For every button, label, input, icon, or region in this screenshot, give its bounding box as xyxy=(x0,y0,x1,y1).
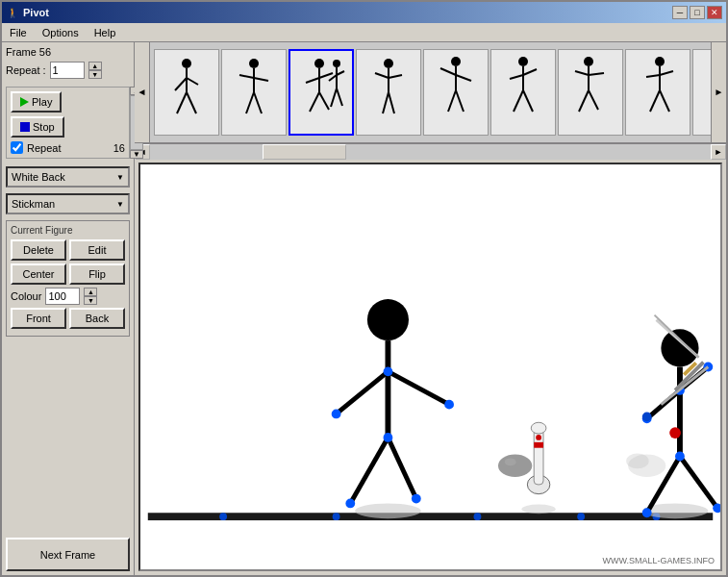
film-frame-2[interactable] xyxy=(221,49,287,136)
dropdown-arrow-2: ▼ xyxy=(116,200,124,209)
spacer xyxy=(6,340,130,538)
film-frame-4[interactable] xyxy=(356,49,421,136)
svg-point-74 xyxy=(384,367,393,377)
controls-section: Play Stop Repeat 16 xyxy=(6,87,130,159)
front-button[interactable]: Front xyxy=(11,308,66,329)
repeat-input[interactable] xyxy=(50,62,85,79)
svg-line-35 xyxy=(456,90,464,112)
stop-icon xyxy=(20,122,30,132)
back-button[interactable]: Back xyxy=(69,308,125,329)
film-frame-5[interactable] xyxy=(423,49,489,136)
stop-button[interactable]: Stop xyxy=(11,116,64,138)
svg-point-106 xyxy=(669,427,681,439)
next-frame-button[interactable]: Next Frame xyxy=(6,538,130,571)
repeat-spinner: ▲ ▼ xyxy=(88,62,102,79)
current-figure-section: Current Figure Delete Edit Center Flip C… xyxy=(6,220,130,337)
hscroll-right-btn[interactable]: ► xyxy=(711,144,726,160)
maximize-button[interactable]: □ xyxy=(690,6,705,19)
film-frame-8[interactable] xyxy=(625,49,690,136)
film-frame-3[interactable] xyxy=(289,49,354,136)
repeat-row: Repeat : ▲ ▼ xyxy=(6,62,130,79)
svg-line-20 xyxy=(329,75,337,81)
film-frame-9[interactable] xyxy=(692,49,711,136)
flip-button[interactable]: Flip xyxy=(69,263,125,285)
center-button[interactable]: Center xyxy=(11,263,66,285)
colour-spin-up[interactable]: ▲ xyxy=(84,288,97,296)
svg-line-23 xyxy=(337,88,342,106)
repeat-checkbox-row: Repeat 16 xyxy=(11,141,125,154)
play-button[interactable]: Play xyxy=(11,91,62,113)
delete-button[interactable]: Delete xyxy=(11,239,66,261)
svg-rect-83 xyxy=(534,442,543,448)
filmstrip-bar: ◄ xyxy=(135,42,726,143)
film-frame-1[interactable] xyxy=(154,49,219,136)
film-frame-svg-4 xyxy=(360,54,417,131)
svg-line-47 xyxy=(589,90,598,110)
svg-point-12 xyxy=(314,59,324,68)
title-bar-left: 🚶 Pivot xyxy=(6,6,49,19)
repeat-checkbox[interactable] xyxy=(11,141,23,154)
film-frame-7[interactable] xyxy=(558,49,623,136)
svg-point-84 xyxy=(536,435,541,440)
svg-point-76 xyxy=(444,400,454,410)
filmstrip-scroll-right[interactable]: ► xyxy=(711,42,726,142)
content-area: Frame 56 Repeat : ▲ ▼ Play xyxy=(2,42,726,575)
title-buttons: ─ □ ✕ xyxy=(672,6,722,19)
hscroll-track[interactable] xyxy=(150,144,711,160)
svg-point-77 xyxy=(345,499,355,509)
svg-line-53 xyxy=(660,90,669,112)
svg-point-6 xyxy=(249,59,259,68)
title-bar: 🚶 Pivot ─ □ ✕ xyxy=(2,2,726,23)
svg-line-11 xyxy=(254,92,262,113)
menu-help[interactable]: Help xyxy=(87,25,124,40)
svg-line-15 xyxy=(319,73,333,78)
svg-point-48 xyxy=(655,57,665,66)
spin-up[interactable]: ▲ xyxy=(88,62,102,70)
svg-point-78 xyxy=(412,494,421,504)
svg-point-30 xyxy=(451,57,461,66)
menu-options[interactable]: Options xyxy=(35,25,87,40)
canvas-area: WWW.SMALL-GAMES.INFO xyxy=(138,163,722,571)
white-back-label: White Back xyxy=(12,171,65,183)
v-scroll-down[interactable]: ▼ xyxy=(130,150,143,159)
svg-line-33 xyxy=(456,75,471,81)
svg-point-107 xyxy=(642,412,652,421)
svg-line-40 xyxy=(514,90,523,112)
film-frame-6[interactable] xyxy=(490,49,556,136)
dropdown-arrow-1: ▼ xyxy=(116,173,124,182)
colour-spin-down[interactable]: ▼ xyxy=(84,296,97,305)
filmstrip-scroll-left[interactable]: ◄ xyxy=(135,42,150,142)
svg-point-85 xyxy=(521,504,555,514)
controls-container: Play Stop Repeat 16 xyxy=(6,87,130,159)
stickman-dropdown-container: Stickman ▼ xyxy=(6,193,130,214)
svg-rect-60 xyxy=(148,164,713,569)
filmstrip-scrollbar: ◄ ► xyxy=(135,143,726,159)
repeat-count: 16 xyxy=(113,142,125,154)
svg-point-86 xyxy=(498,455,532,477)
white-back-dropdown[interactable]: White Back ▼ xyxy=(6,166,130,188)
menu-file[interactable]: File xyxy=(2,25,35,40)
svg-line-34 xyxy=(448,90,456,112)
svg-point-63 xyxy=(333,513,340,520)
svg-line-17 xyxy=(319,92,329,110)
film-frame-svg-2 xyxy=(225,54,283,131)
film-frame-svg-5 xyxy=(427,54,485,131)
svg-line-45 xyxy=(589,73,604,75)
svg-line-2 xyxy=(175,78,187,90)
svg-rect-61 xyxy=(148,513,713,520)
svg-point-62 xyxy=(219,513,227,520)
svg-point-68 xyxy=(367,299,409,340)
close-button[interactable]: ✕ xyxy=(707,6,722,19)
hscroll-thumb[interactable] xyxy=(263,144,346,160)
svg-point-79 xyxy=(384,433,393,442)
svg-line-26 xyxy=(375,73,389,78)
edit-button[interactable]: Edit xyxy=(69,239,125,261)
spin-down[interactable]: ▼ xyxy=(88,70,102,79)
stickman-dropdown[interactable]: Stickman ▼ xyxy=(6,193,130,214)
svg-point-87 xyxy=(505,458,516,465)
repeat-label: Repeat : xyxy=(6,64,46,76)
colour-spinner: ▲ ▼ xyxy=(84,288,97,305)
colour-input[interactable] xyxy=(45,288,80,305)
svg-line-50 xyxy=(646,75,660,77)
minimize-button[interactable]: ─ xyxy=(672,6,688,19)
